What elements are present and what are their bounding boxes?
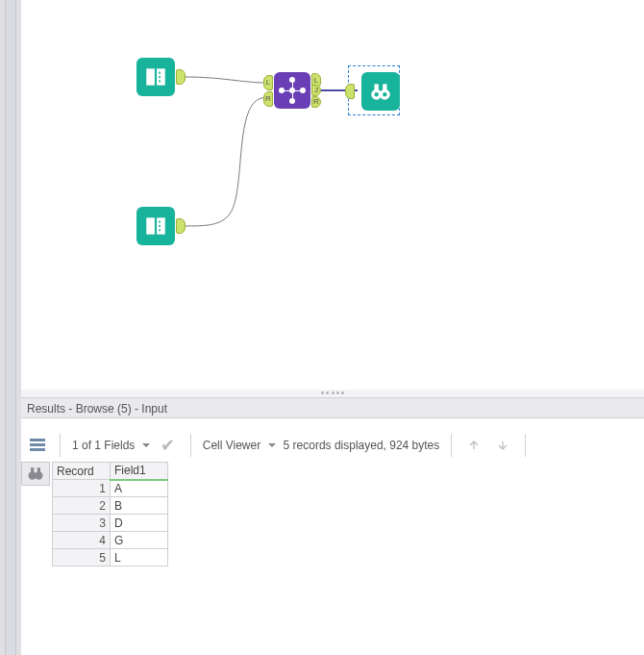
svg-rect-8 — [375, 84, 379, 91]
input2-out-port[interactable] — [176, 218, 186, 234]
svg-rect-5 — [159, 229, 161, 231]
results-grid[interactable]: Record Field1 1A 2B 3D 4G 5L — [52, 462, 168, 567]
workflow-canvas[interactable]: L R L J R — [21, 0, 644, 390]
svg-rect-1 — [159, 76, 161, 78]
svg-rect-3 — [159, 221, 161, 223]
browse-tool[interactable] — [361, 72, 400, 111]
svg-rect-15 — [37, 467, 40, 473]
input-tool-2[interactable] — [136, 207, 175, 245]
rows-icon — [30, 437, 45, 453]
records-status: 5 records displayed, 924 bytes — [284, 439, 440, 452]
fields-label: 1 of 1 Fields — [72, 439, 135, 452]
table-row[interactable]: 1A — [53, 480, 168, 497]
row-num: 1 — [53, 480, 111, 497]
chevron-down-icon — [268, 443, 276, 451]
layout-rows-button[interactable] — [27, 435, 48, 456]
binoculars-icon — [368, 79, 393, 104]
separator — [451, 434, 452, 457]
join-out-R[interactable]: R — [311, 96, 321, 108]
input1-out-port[interactable] — [176, 69, 186, 85]
wires — [21, 0, 644, 390]
col-field1[interactable]: Field1 — [111, 463, 168, 480]
col-record[interactable]: Record — [53, 463, 111, 480]
table-row[interactable]: 2B — [53, 497, 168, 515]
arrow-down-icon — [495, 438, 510, 453]
chevron-down-icon — [142, 443, 150, 451]
nav-up-button[interactable] — [463, 435, 484, 456]
svg-rect-9 — [383, 84, 386, 91]
browse-in-port[interactable] — [345, 84, 355, 99]
cell-value[interactable]: A — [111, 480, 168, 497]
selection-box — [348, 65, 400, 115]
separator — [525, 434, 526, 457]
svg-rect-4 — [159, 225, 161, 227]
cell-value[interactable]: B — [111, 497, 168, 515]
table-row[interactable]: 4G — [53, 532, 168, 549]
row-num: 3 — [53, 515, 111, 532]
book-icon — [143, 64, 168, 89]
input-tool-1[interactable] — [136, 58, 175, 96]
cell-value[interactable]: D — [111, 515, 168, 532]
nav-down-button[interactable] — [492, 435, 513, 456]
svg-point-10 — [375, 92, 379, 96]
separator — [60, 434, 61, 457]
cell-viewer-dropdown[interactable]: Cell Viewer — [203, 439, 276, 452]
separator — [190, 434, 191, 457]
join-in-R[interactable]: R — [263, 91, 273, 107]
cell-value[interactable]: L — [111, 549, 168, 567]
binoculars-icon — [26, 464, 45, 483]
svg-point-11 — [383, 92, 386, 96]
svg-rect-14 — [31, 467, 34, 473]
join-tool[interactable] — [274, 72, 310, 109]
results-grid-wrap: Record Field1 1A 2B 3D 4G 5L — [50, 462, 644, 655]
app-root: L R L J R Results - Browse (5) — [0, 0, 644, 655]
join-out-J[interactable]: J — [311, 85, 321, 96]
row-num: 2 — [53, 497, 111, 515]
panel-splitter[interactable] — [21, 390, 644, 397]
results-panel-title: Results - Browse (5) - Input — [21, 397, 644, 418]
left-edge-inner — [5, 0, 16, 655]
row-num: 5 — [53, 549, 111, 567]
left-edge — [0, 0, 21, 655]
check-icon: ✔ — [161, 435, 175, 456]
results-toolbar: 1 of 1 Fields ✔ Cell Viewer 5 records di… — [21, 428, 644, 462]
svg-rect-0 — [159, 72, 161, 74]
table-header-row: Record Field1 — [53, 463, 168, 480]
table-row[interactable]: 3D — [53, 515, 168, 532]
table-row[interactable]: 5L — [53, 549, 168, 567]
fields-dropdown[interactable]: 1 of 1 Fields — [72, 439, 150, 452]
row-num: 4 — [53, 532, 111, 549]
arrow-up-icon — [466, 438, 482, 453]
svg-rect-2 — [159, 80, 161, 82]
book-icon — [143, 214, 168, 239]
cell-viewer-label: Cell Viewer — [203, 439, 260, 452]
cell-value[interactable]: G — [111, 532, 168, 549]
results-body: Record Field1 1A 2B 3D 4G 5L — [21, 462, 644, 655]
results-side-tab[interactable] — [21, 462, 50, 486]
apply-check-button[interactable]: ✔ — [158, 435, 179, 456]
join-in-L[interactable]: L — [263, 75, 273, 90]
